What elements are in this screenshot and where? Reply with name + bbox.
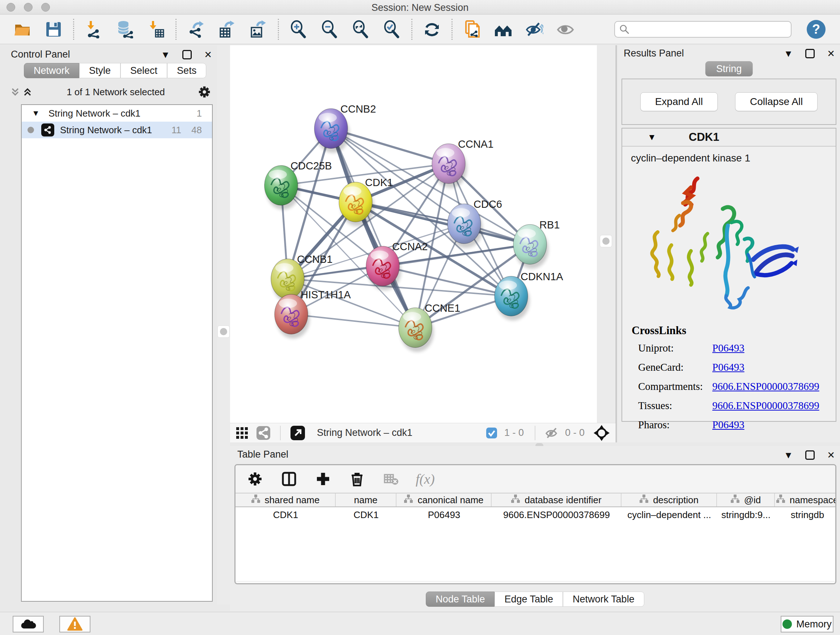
collapse-all-button[interactable]: Collapse All [735,92,818,111]
import-network-database-icon[interactable] [115,20,134,39]
column-header-namespace[interactable]: namespace [775,494,836,507]
tab-network-table[interactable]: Network Table [563,592,644,607]
export-image-icon[interactable] [249,20,268,39]
tab-style[interactable]: Style [79,63,120,78]
node-CCNB2[interactable] [314,109,349,153]
crosslink-link[interactable]: 9606.ENSP00000378699 [712,380,819,393]
expand-all-button[interactable]: Expand All [640,92,718,111]
network-label: String Network – cdk1 [60,125,172,136]
table-options-gear-icon[interactable] [246,470,264,488]
show-graphics-details-icon[interactable] [556,20,575,39]
node-label-CDKN1A: CDKN1A [521,271,563,282]
column-header-description[interactable]: description [622,494,717,507]
network-view-icon[interactable] [256,426,271,440]
crosslink-link[interactable]: P06493 [712,342,745,354]
zoom-fit-icon[interactable] [351,20,370,39]
selected-checkbox-icon[interactable] [485,427,498,439]
zoom-out-icon[interactable] [320,20,339,39]
function-builder-icon[interactable]: f(x) [416,471,435,487]
maximize-panel-icon[interactable] [805,450,815,460]
column-header-database-identifier[interactable]: database identifier [492,494,622,507]
left-splitter-handle[interactable] [218,325,230,338]
node-HIST1H1A[interactable] [275,295,309,339]
zoom-selected-icon[interactable] [382,20,401,39]
delete-column-icon[interactable] [347,470,366,488]
node-RB1[interactable] [513,225,548,269]
float-panel-icon[interactable]: ▼ [783,49,793,58]
network-icon [41,124,54,136]
tab-select[interactable]: Select [120,63,167,78]
column-header-canonical-name[interactable]: canonical name [396,494,492,507]
maximize-panel-icon[interactable] [805,49,815,58]
tab-node-table[interactable]: Node Table [426,592,494,607]
search-input[interactable] [632,24,784,35]
open-session-icon[interactable] [13,20,32,39]
grid-view-icon[interactable] [235,426,249,440]
table-row[interactable]: CDK1CDK1P064939606.ENSP00000378699cyclin… [235,507,835,523]
network-collection-row[interactable]: ▼ String Network – cdk1 1 [22,105,212,122]
node-CCNA2[interactable] [366,246,401,290]
crosslink-row: GeneCard:P06493 [632,361,829,373]
zoom-in-icon[interactable] [289,20,308,39]
tab-string[interactable]: String [706,61,753,76]
scrollbar-thumb[interactable] [238,583,304,584]
crosslink-link[interactable]: P06493 [712,419,745,431]
tab-edge-table[interactable]: Edge Table [494,592,563,607]
maximize-panel-icon[interactable] [182,50,192,59]
birdseye-view-icon[interactable] [593,424,610,441]
close-panel-icon[interactable]: ✕ [204,50,212,59]
memory-button[interactable]: Memory [781,616,834,632]
export-network-icon[interactable] [187,20,205,39]
right-splitter-handle[interactable] [600,235,612,247]
tree-expander-icon[interactable]: ▼ [32,109,41,118]
help-button[interactable]: ? [807,20,826,39]
refresh-icon[interactable] [423,20,441,39]
tab-sets[interactable]: Sets [167,63,206,78]
save-session-icon[interactable] [44,20,63,39]
close-panel-icon[interactable]: ✕ [827,49,835,58]
export-table-icon[interactable] [218,20,237,39]
node-CCNE1[interactable] [399,308,434,352]
hide-show-graphics-icon[interactable] [525,20,544,39]
left-splitter[interactable] [217,45,230,605]
main-toolbar: ? [0,14,840,44]
table-cell: cyclin–dependent ... [622,507,717,523]
network-canvas[interactable]: CCNB2CCNA1CDC25BCDK1CDC6RB1CCNB1CCNA2CDK… [230,45,597,423]
collapse-entry-icon[interactable]: ▼ [647,132,656,142]
network-row[interactable]: String Network – cdk1 11 48 [22,122,212,138]
cloud-button[interactable] [13,616,44,632]
close-panel-icon[interactable]: ✕ [827,450,835,460]
current-network-title: String Network – cdk1 [317,427,482,439]
delete-table-icon[interactable] [382,470,401,488]
open-in-new-window-icon[interactable] [290,425,305,440]
add-column-icon[interactable] [314,470,332,488]
float-panel-icon[interactable]: ▼ [161,50,170,59]
network-selection-status: 1 of 1 Network selected [34,87,197,98]
import-table-file-icon[interactable] [147,20,165,39]
table-cell: 9606.ENSP00000378699 [492,507,622,523]
tab-network[interactable]: Network [24,63,79,78]
network-options-gear-icon[interactable] [197,85,211,99]
node-label-HIST1H1A: HIST1H1A [301,289,351,301]
float-panel-icon[interactable]: ▼ [783,450,793,460]
network-from-clipboard-icon[interactable] [463,20,482,39]
column-header-name[interactable]: name [336,494,396,507]
hidden-count: 0 - 0 [565,427,584,439]
home-networks-icon[interactable] [494,20,513,39]
column-header-shared-name[interactable]: shared name [235,494,336,507]
node-CDKN1A[interactable] [494,276,530,320]
collapse-all-networks-icon[interactable] [22,87,34,97]
crosslink-link[interactable]: 9606.ENSP00000378699 [712,400,819,412]
crosslink-link[interactable]: P06493 [712,361,745,373]
import-network-file-icon[interactable] [84,20,103,39]
node-details-header[interactable]: ▼ CDK1 [622,128,836,147]
network-status-dot [27,127,34,133]
crosslink-label: Pharos: [638,419,712,431]
warnings-button[interactable] [59,616,90,632]
node-CDK1[interactable] [339,182,374,226]
expand-all-networks-icon[interactable] [9,87,22,97]
show-columns-icon[interactable] [279,470,298,488]
column-header-id[interactable]: @id [717,494,775,507]
hidden-eye-icon[interactable] [545,426,559,440]
node-CDC25B[interactable] [264,165,300,210]
